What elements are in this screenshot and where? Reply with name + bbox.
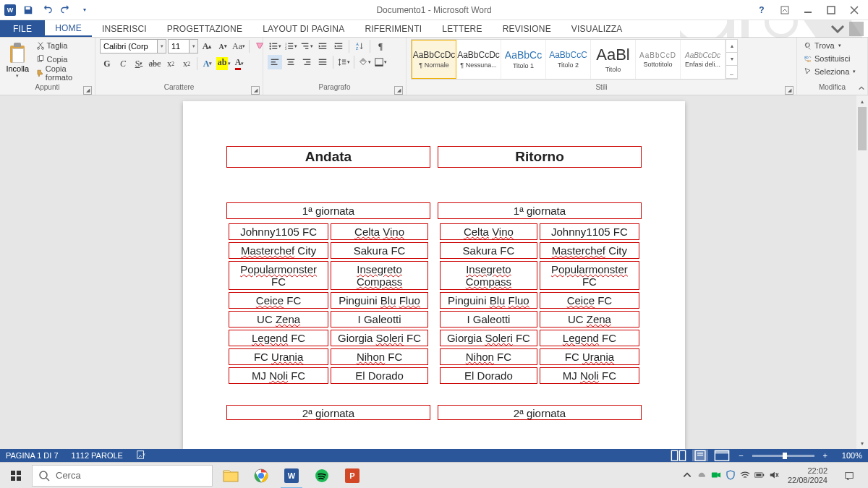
view-print-layout[interactable] bbox=[692, 450, 708, 461]
tab-file[interactable]: FILE bbox=[0, 20, 45, 37]
subscript-button[interactable]: x2 bbox=[163, 56, 178, 71]
start-button[interactable] bbox=[0, 463, 32, 489]
qat-undo[interactable] bbox=[39, 2, 55, 18]
collapse-ribbon-button[interactable] bbox=[856, 83, 867, 93]
font-size-combo[interactable]: 11▾ bbox=[168, 39, 198, 53]
task-spotify[interactable] bbox=[307, 463, 337, 489]
styles-scroll-down[interactable]: ▾ bbox=[726, 53, 737, 66]
andata-table[interactable]: 1ª giornata Johnny1105 FCCelta VinoMaste… bbox=[226, 202, 430, 386]
scroll-up[interactable]: ▴ bbox=[856, 95, 868, 107]
document-area[interactable]: Andata Ritorno 1ª giornata Johnny1105 FC… bbox=[0, 95, 868, 449]
help-button[interactable]: ? bbox=[751, 1, 773, 19]
table-cell[interactable]: Popularmonster FC bbox=[540, 261, 639, 290]
style-subtitle[interactable]: AaBbCcDSottotitolo bbox=[636, 40, 681, 79]
style-normal[interactable]: AaBbCcDc¶ Normale bbox=[412, 40, 456, 79]
tray-notifications[interactable] bbox=[836, 463, 862, 489]
superscript-button[interactable]: x2 bbox=[179, 56, 194, 71]
table-cell[interactable]: El Dorado bbox=[331, 367, 428, 384]
select-button[interactable]: Seleziona▾ bbox=[801, 65, 858, 77]
tab-home[interactable]: HOME bbox=[45, 20, 92, 37]
table-cell[interactable]: Celta Vino bbox=[440, 223, 537, 240]
tab-insert[interactable]: INSERISCI bbox=[92, 20, 157, 37]
align-left-button[interactable] bbox=[268, 55, 282, 69]
table-cell[interactable]: Pinguini Blu Fluo bbox=[331, 292, 428, 309]
table-cell[interactable]: UC Zena bbox=[229, 311, 328, 328]
table-cell[interactable]: Ceice FC bbox=[540, 292, 639, 309]
scroll-thumb[interactable] bbox=[858, 107, 867, 150]
paragraph-dialog-launcher[interactable]: ◢ bbox=[394, 86, 403, 95]
view-web-layout[interactable] bbox=[714, 450, 730, 461]
minimize-button[interactable] bbox=[797, 1, 819, 19]
tab-references[interactable]: RIFERIMENTI bbox=[354, 20, 432, 37]
borders-button[interactable]: ▾ bbox=[373, 55, 388, 69]
qat-customize[interactable]: ▾ bbox=[77, 2, 93, 18]
grow-font-button[interactable]: A▴ bbox=[200, 39, 214, 53]
sort-button[interactable]: AZ bbox=[352, 39, 367, 53]
change-case-button[interactable]: Aa▾ bbox=[231, 39, 246, 53]
tray-battery-icon[interactable] bbox=[754, 470, 765, 481]
paste-button[interactable]: Incolla ▾ bbox=[4, 39, 31, 82]
text-effects-button[interactable]: A▾ bbox=[200, 56, 215, 71]
italic-button[interactable]: C bbox=[116, 56, 130, 71]
table-cell[interactable]: I Galeotti bbox=[331, 311, 428, 328]
shrink-font-button[interactable]: A▾ bbox=[216, 39, 230, 53]
table-cell[interactable]: Insegreto Compass bbox=[440, 261, 537, 290]
format-painter-button[interactable]: Copia formato bbox=[34, 67, 90, 80]
underline-button[interactable]: S▾ bbox=[132, 56, 146, 71]
shading-button[interactable]: ▾ bbox=[357, 55, 372, 69]
table-cell[interactable]: Masterchef City bbox=[229, 242, 328, 259]
font-dialog-launcher[interactable]: ◢ bbox=[251, 86, 260, 95]
bullets-button[interactable]: ▾ bbox=[268, 39, 282, 53]
table-cell[interactable]: MJ Noli FC bbox=[229, 367, 328, 384]
zoom-in[interactable]: + bbox=[820, 451, 830, 460]
view-read-mode[interactable] bbox=[671, 450, 686, 461]
tray-security-icon[interactable] bbox=[726, 470, 736, 481]
ribbon-display-options[interactable] bbox=[774, 1, 796, 19]
tab-design[interactable]: PROGETTAZIONE bbox=[157, 20, 252, 37]
qat-redo[interactable] bbox=[58, 2, 74, 18]
zoom-slider[interactable] bbox=[752, 455, 814, 457]
tab-view[interactable]: VISUALIZZA bbox=[561, 20, 633, 37]
table-cell[interactable]: Legend FC bbox=[229, 330, 328, 346]
find-button[interactable]: Trova▾ bbox=[801, 39, 858, 51]
andata-header[interactable]: Andata bbox=[226, 146, 430, 168]
taskbar-search[interactable]: Cerca bbox=[32, 465, 213, 487]
status-proofing-icon[interactable] bbox=[136, 450, 146, 461]
task-explorer[interactable] bbox=[216, 463, 246, 489]
qat-save[interactable] bbox=[20, 2, 36, 18]
table-cell[interactable]: Sakura FC bbox=[440, 242, 537, 259]
ritorno-table[interactable]: 1ª giornata Celta VinoJohnny1105 FCSakur… bbox=[438, 202, 642, 386]
vertical-scrollbar[interactable]: ▴ ▾ bbox=[856, 95, 868, 449]
table-cell[interactable]: UC Zena bbox=[540, 311, 639, 328]
task-word[interactable]: W bbox=[276, 463, 307, 489]
collapse-ribbon-icon[interactable] bbox=[829, 22, 846, 36]
styles-dialog-launcher[interactable]: ◢ bbox=[785, 86, 793, 95]
cut-button[interactable]: Taglia bbox=[34, 39, 90, 52]
bold-button[interactable]: G bbox=[100, 56, 114, 71]
task-chrome[interactable] bbox=[246, 463, 276, 489]
table-cell[interactable]: I Galeotti bbox=[440, 311, 537, 328]
styles-expand[interactable]: ⎯ bbox=[726, 66, 737, 79]
table-cell[interactable]: Nihon FC bbox=[331, 348, 428, 365]
table-cell[interactable]: Sakura FC bbox=[331, 242, 428, 259]
table-cell[interactable]: Celta Vino bbox=[331, 223, 428, 240]
tab-mailings[interactable]: LETTERE bbox=[432, 20, 492, 37]
status-words[interactable]: 1112 PAROLE bbox=[72, 451, 123, 460]
tray-meet-icon[interactable] bbox=[711, 470, 721, 481]
table-cell[interactable]: Giorgia Soleri FC bbox=[440, 330, 537, 346]
close-button[interactable] bbox=[843, 1, 865, 19]
strikethrough-button[interactable]: abc bbox=[148, 56, 162, 71]
style-title[interactable]: AaBlTitolo bbox=[591, 40, 636, 79]
table-cell[interactable]: Popularmonster FC bbox=[229, 261, 328, 290]
status-page[interactable]: PAGINA 1 DI 7 bbox=[6, 451, 59, 460]
style-heading2[interactable]: AaBbCcCTitolo 2 bbox=[546, 40, 591, 79]
tab-review[interactable]: REVISIONE bbox=[493, 20, 561, 37]
show-marks-button[interactable]: ¶ bbox=[373, 39, 388, 53]
table-cell[interactable]: Johnny1105 FC bbox=[540, 223, 639, 240]
line-spacing-button[interactable]: ▾ bbox=[336, 55, 351, 69]
table-cell[interactable]: FC Urania bbox=[229, 348, 328, 365]
tab-layout[interactable]: LAYOUT DI PAGINA bbox=[252, 20, 354, 37]
maximize-button[interactable] bbox=[820, 1, 842, 19]
table-cell[interactable]: Legend FC bbox=[540, 330, 639, 346]
table-cell[interactable]: MJ Noli FC bbox=[540, 367, 639, 384]
